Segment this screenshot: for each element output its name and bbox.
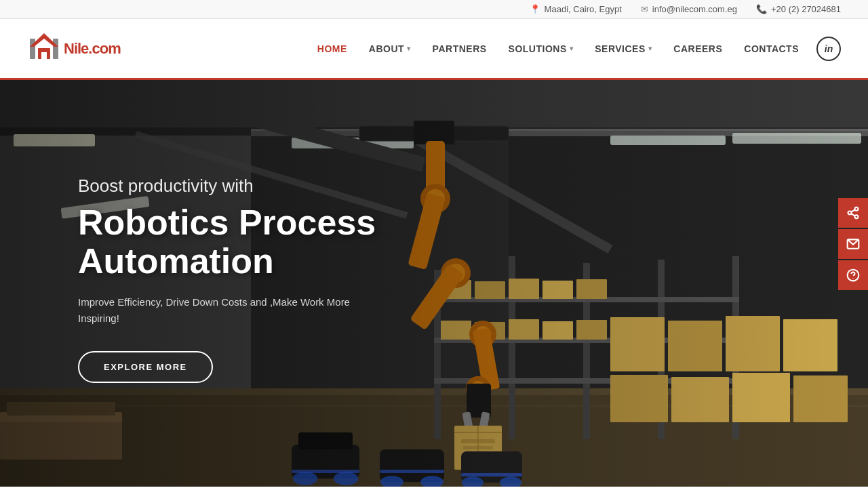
linkedin-button[interactable]: in — [816, 37, 841, 61]
nav-item-partners[interactable]: PARTNERS — [422, 37, 498, 61]
nav-item-services[interactable]: SERVICES ▾ — [584, 37, 663, 61]
top-bar: 📍 Maadi, Cairo, Egypt ✉ info@nilecom.com… — [0, 0, 868, 19]
svg-rect-1 — [53, 39, 58, 59]
svg-point-90 — [855, 207, 859, 211]
services-dropdown-icon: ▾ — [648, 45, 652, 52]
explore-more-button[interactable]: EXPLORE MORE — [78, 351, 213, 383]
help-icon — [846, 268, 860, 282]
nav-item-about[interactable]: ABOUT ▾ — [358, 37, 422, 61]
phone-icon: 📞 — [756, 4, 767, 14]
svg-point-92 — [855, 215, 859, 218]
logo[interactable]: Nile.com — [27, 32, 121, 66]
phone-item: 📞 +20 (2) 27024681 — [756, 4, 841, 14]
nav-item-contacts[interactable]: CONTACTS — [733, 37, 810, 61]
sidebar-actions — [838, 198, 868, 290]
email-icon — [846, 237, 860, 251]
svg-line-94 — [851, 209, 855, 211]
solutions-dropdown-icon: ▾ — [570, 45, 574, 52]
logo-svg — [27, 32, 61, 66]
nav-item-solutions[interactable]: SOLUTIONS ▾ — [498, 37, 585, 61]
hero-title: Robotics Process Automation — [78, 203, 458, 281]
email-item: ✉ info@nilecom.com.eg — [641, 4, 737, 14]
main-nav: HOME ABOUT ▾ PARTNERS SOLUTIONS ▾ SERVIC… — [307, 37, 841, 61]
hero-subtitle: Boost productivity with — [78, 175, 458, 198]
email-action-button[interactable] — [838, 229, 868, 259]
svg-rect-4 — [41, 52, 47, 59]
hero-content: Boost productivity with Robotics Process… — [78, 175, 458, 383]
share-icon — [846, 206, 860, 220]
header: Nile.com HOME ABOUT ▾ PARTNERS SOLUTIONS… — [0, 19, 868, 80]
svg-line-93 — [851, 214, 855, 216]
hero-section: Boost productivity with Robotics Process… — [0, 80, 868, 487]
about-dropdown-icon: ▾ — [407, 45, 411, 52]
svg-rect-0 — [30, 39, 35, 59]
logo-text: Nile.com — [64, 40, 121, 58]
hero-description: Improve Efficiency, Drive Down Costs and… — [78, 294, 363, 327]
phone-text: +20 (2) 27024681 — [771, 4, 841, 14]
email-text: info@nilecom.com.eg — [652, 4, 737, 14]
nav-item-home[interactable]: HOME — [307, 37, 358, 61]
location-item: 📍 Maadi, Cairo, Egypt — [530, 4, 622, 14]
location-text: Maadi, Cairo, Egypt — [545, 4, 622, 14]
email-icon: ✉ — [641, 4, 648, 14]
share-action-button[interactable] — [838, 198, 868, 228]
svg-point-91 — [848, 211, 852, 215]
location-icon: 📍 — [530, 4, 540, 14]
help-action-button[interactable] — [838, 260, 868, 290]
nav-item-careers[interactable]: CAREERS — [663, 37, 733, 61]
